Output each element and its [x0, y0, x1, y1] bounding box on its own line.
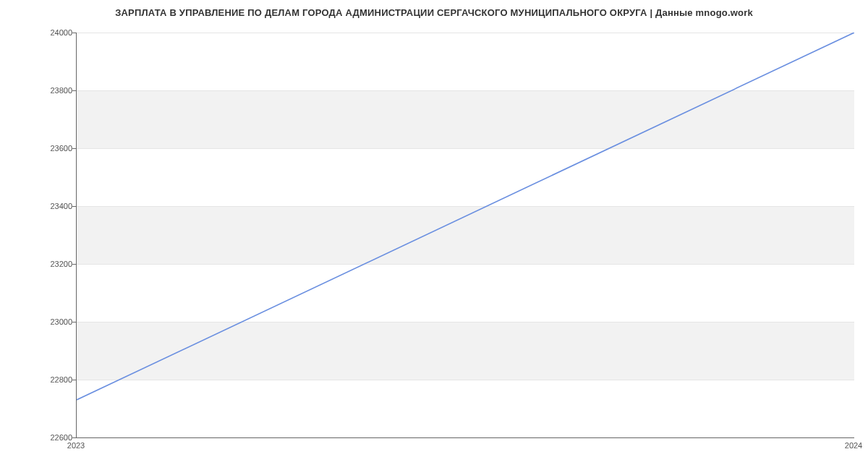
ytick-label: 22600	[7, 433, 72, 442]
ytick-label: 22800	[7, 375, 72, 384]
gridline	[77, 437, 854, 438]
ytick-label: 24000	[7, 28, 72, 37]
ytick-label: 23200	[7, 260, 72, 268]
xtick-label: 2024	[845, 441, 862, 450]
ytick-label: 23600	[7, 144, 72, 153]
line-layer	[77, 33, 854, 437]
salary-line-chart: ЗАРПЛАТА В УПРАВЛЕНИЕ ПО ДЕЛАМ ГОРОДА АД…	[0, 0, 868, 456]
chart-title: ЗАРПЛАТА В УПРАВЛЕНИЕ ПО ДЕЛАМ ГОРОДА АД…	[0, 7, 868, 18]
salary-series-line	[77, 33, 854, 400]
plot-area	[76, 33, 854, 438]
xtick-label: 2023	[67, 441, 85, 450]
ytick-label: 23800	[7, 86, 72, 95]
ytick-label: 23400	[7, 202, 72, 210]
ytick-label: 23000	[7, 317, 72, 326]
